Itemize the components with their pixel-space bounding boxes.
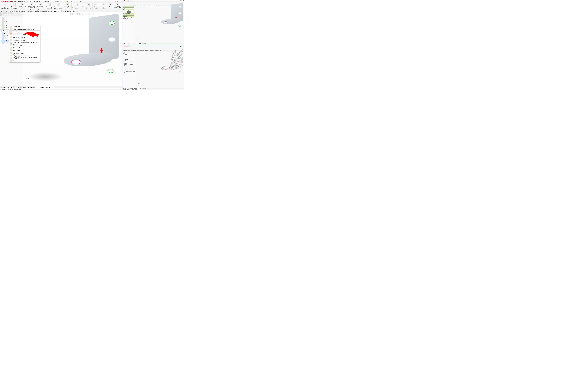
feature-node[interactable]: Фаска <box>1 23 22 25</box>
density-header: Плотность сетки <box>123 9 134 10</box>
viewport-mini-meshed: Имя модели:Деталь1 Название исследования… <box>136 51 184 88</box>
fm-tab-icon[interactable] <box>3 12 5 14</box>
settings-icon[interactable]: ☰ <box>82 0 84 2</box>
ctx-зондирование[interactable]: Зондирование <box>9 49 40 51</box>
orientation-triad[interactable] <box>25 77 30 81</box>
ribbon-loads[interactable]: ◆Консультант по внешним нагрузкам <box>27 3 36 10</box>
new-icon[interactable]: 🗋 <box>63 0 65 2</box>
ok-icon[interactable]: ✔ ✖ <box>123 8 134 9</box>
menu-help[interactable]: Справка <box>54 1 59 2</box>
view-orient-icon[interactable] <box>80 13 82 15</box>
menu-item-label: Применить элемент управления сеткой... <box>13 42 38 43</box>
options-icon[interactable]: ⚙ <box>80 0 82 2</box>
tab-анализировать[interactable]: Анализировать <box>15 10 26 12</box>
ctx-список-выбранных[interactable]: Список выбранных <box>9 47 40 49</box>
ribbon-fixtures[interactable]: ◆Консультант по креплениям <box>19 3 27 10</box>
menu-insert[interactable]: Вставка <box>27 1 32 2</box>
motion-tab[interactable]: ✱ Статический анализ 1 <box>36 86 54 88</box>
tab-simulation[interactable]: Simulation <box>53 10 62 12</box>
select-icon[interactable]: ⬚ <box>75 0 77 2</box>
ctx-скрыть-все-обозначения-элемент[interactable]: Скрыть все обозначения элементов управле… <box>9 54 40 57</box>
ctx-создать-эпюру-сетки-[interactable]: Создать эпюру сетки... <box>9 44 40 46</box>
display-style-icon[interactable] <box>82 13 84 15</box>
fm-tab-icon[interactable] <box>0 12 2 14</box>
thumb-mesh-settings: ∂S SOLIDWORKS Деталь1 * ЭлементыЭскизАна… <box>123 0 184 45</box>
menu-view[interactable]: Вид <box>24 1 26 2</box>
adv-header: Дополнительно <box>123 14 134 16</box>
appearance-icon[interactable] <box>87 13 89 15</box>
fm-filter <box>0 14 23 17</box>
menu-simulation[interactable]: Simulation <box>43 1 49 2</box>
feature-node[interactable]: Сс <box>1 17 22 19</box>
feature-node[interactable]: Бобышка <box>1 21 22 23</box>
motion-tab[interactable]: Трехмерные виды <box>14 86 27 88</box>
ribbon-label: Деформированный результат <box>72 6 83 9</box>
tab-dimxpert[interactable]: DimXpert <box>26 10 34 12</box>
ctx-копировать[interactable]: Копировать <box>9 60 40 62</box>
ribbon-advisor[interactable]: ◆Консультант исследования <box>0 3 10 10</box>
ctx-применить-элемент-управления-с[interactable]: Применить элемент управления сеткой... <box>9 42 40 44</box>
ribbon-include[interactable]: ◆Включить изображение в отчет <box>113 3 122 10</box>
ffwd-icon[interactable]: ⏭ <box>4 86 5 88</box>
tab-solidworks-mbd[interactable]: SOLIDWORKS MBD <box>62 10 76 12</box>
hide-show-icon[interactable] <box>84 13 87 15</box>
tab-добавления-solidworks[interactable]: Добавления SOLIDWORKS <box>34 10 53 12</box>
play-icon[interactable]: ▶ <box>3 86 4 88</box>
run-icon: ◆ <box>57 3 60 6</box>
section-icon[interactable] <box>78 13 80 15</box>
open-icon[interactable]: 📂 <box>66 0 68 2</box>
menu-file[interactable]: Файл <box>14 1 17 2</box>
fm-tab-icon[interactable] <box>10 12 12 14</box>
motion-tab[interactable]: Анимация1 <box>27 86 36 88</box>
menu-item-icon <box>10 57 12 59</box>
status-mini: SOLIDWORKS Premium 2016 x64 Edition <box>123 89 184 90</box>
rewind-icon[interactable]: ⏮ <box>1 86 2 88</box>
motion-tab-label: Анимация1 <box>28 86 35 88</box>
prev-view-icon[interactable] <box>75 13 77 15</box>
tab-элементы[interactable]: Элементы <box>0 10 9 12</box>
ribbon-label: Отчет <box>109 6 112 8</box>
ribbon-shell[interactable]: ◆Менеджер оболочки <box>45 3 53 10</box>
menu-item-label: Упростить модель для создания сетки <box>13 28 36 30</box>
feature-node[interactable]: Ис <box>1 19 22 21</box>
btab-controls[interactable]: ⏮ ▶ ⏭ <box>0 86 6 88</box>
menu-item-label: Отобразить сетку <box>13 52 23 54</box>
opt1[interactable]: ☐ Сохранить настройки без создания сетки <box>123 17 134 19</box>
menu-edit[interactable]: Правка <box>18 1 23 2</box>
zoom-area-icon[interactable] <box>73 13 75 15</box>
density-slider[interactable] <box>126 11 131 11</box>
ribbon-material[interactable]: ◆Применить материал <box>10 3 18 10</box>
rebuild-icon[interactable]: ⟳ <box>78 0 79 2</box>
ctx-упростить-модель-для-создания-[interactable]: Упростить модель для создания сетки <box>9 28 40 30</box>
menu-window[interactable]: Окно <box>50 1 53 2</box>
print-icon[interactable]: 🖨 <box>70 0 72 2</box>
ctx-диагностика-ошибок-[interactable]: Диагностика ошибок... <box>9 36 40 39</box>
funnel-icon[interactable] <box>0 15 2 16</box>
reset-button[interactable]: Сброс <box>127 11 131 13</box>
save-icon[interactable]: 💾 <box>68 0 70 2</box>
ribbon-connections[interactable]: ◆Консультант по соединениям <box>36 3 45 10</box>
view-settings-icon[interactable] <box>92 13 94 15</box>
feature-icon <box>2 23 4 25</box>
ribbon-compare[interactable]: ◆Сравнить результаты <box>84 3 93 10</box>
fm-tab-icon[interactable] <box>7 12 9 14</box>
menu-tools[interactable]: Инструменты <box>33 1 42 2</box>
ctx-отобразить-сетку[interactable]: Отобразить сетку <box>9 52 40 54</box>
zoom-fit-icon[interactable] <box>70 13 73 15</box>
sim-node-icon <box>2 42 4 44</box>
ctx-консультант-[interactable]: Консультант... <box>9 25 40 28</box>
ctx-подробные-сведения-[interactable]: Подробные сведения... <box>9 39 40 42</box>
scene-icon[interactable] <box>89 13 91 15</box>
opt2[interactable]: ☐ Запуск (решение) анализа <box>123 19 134 20</box>
undo-icon[interactable]: ↶ <box>73 0 75 2</box>
ribbon-run[interactable]: ◆Запустить это исследование <box>54 3 63 10</box>
sim-node-icon <box>2 32 4 34</box>
ribbon-report[interactable]: ◆Отчет <box>108 3 113 10</box>
motion-tab[interactable]: Модель <box>6 86 14 88</box>
titlebar: ∂S SOLIDWORKS Файл Правка Вид Вставка Ин… <box>0 0 123 3</box>
ctx-отобразить-все-обозначения-эле[interactable]: Отобразить все обозначения элементов упр… <box>9 57 40 59</box>
fm-tab-icon[interactable] <box>5 12 7 14</box>
home-icon[interactable]: ⌂ <box>61 0 63 2</box>
ribbon-results[interactable]: ◆Консультант по результатам <box>63 3 71 10</box>
tab-эскиз[interactable]: Эскиз <box>9 10 15 12</box>
